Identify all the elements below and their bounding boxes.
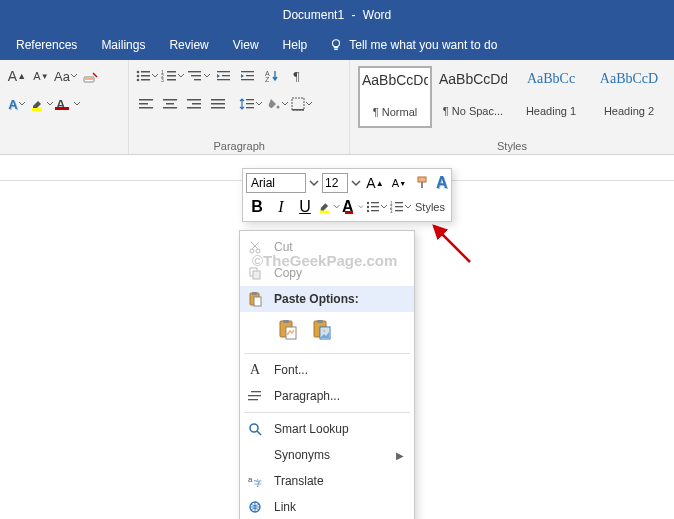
tell-me[interactable]: Tell me what you want to do: [329, 38, 497, 52]
svg-rect-79: [248, 399, 258, 400]
numbering-button[interactable]: 123: [161, 64, 185, 88]
mini-bullets-button[interactable]: [366, 196, 388, 218]
svg-rect-40: [246, 99, 254, 100]
menu-item-paragraph[interactable]: Paragraph...: [240, 383, 414, 409]
svg-rect-24: [246, 75, 254, 76]
mini-grow-font-button[interactable]: A▲: [364, 172, 386, 194]
font-color-button[interactable]: A: [56, 92, 81, 116]
sort-button[interactable]: AZ: [261, 64, 283, 88]
ribbon-group-paragraph: 123 AZ ¶ Paragraph: [129, 60, 350, 154]
svg-rect-32: [166, 103, 174, 105]
mini-font-size-input[interactable]: [322, 173, 348, 193]
svg-rect-29: [139, 103, 148, 105]
line-spacing-button[interactable]: [239, 92, 263, 116]
menu-item-smart-lookup[interactable]: Smart Lookup: [240, 416, 414, 442]
context-menu: Cut Copy Paste Options: A Font... Paragr…: [239, 230, 415, 519]
text-effects-button[interactable]: A: [6, 92, 28, 116]
style-item-2[interactable]: AaBbCcHeading 1: [514, 66, 588, 128]
align-left-button[interactable]: [135, 92, 157, 116]
style-item-3[interactable]: AaBbCcDHeading 2: [592, 66, 666, 128]
shading-button[interactable]: [265, 92, 289, 116]
svg-rect-31: [163, 99, 177, 101]
borders-button[interactable]: [291, 92, 313, 116]
svg-rect-17: [188, 71, 201, 72]
svg-rect-34: [187, 99, 201, 101]
tab-view[interactable]: View: [221, 30, 271, 60]
menu-item-translate[interactable]: a字 Translate: [240, 468, 414, 494]
svg-rect-28: [139, 99, 153, 101]
multilevel-list-button[interactable]: [187, 64, 211, 88]
svg-rect-22: [217, 79, 230, 80]
style-name: ¶ No Spac...: [439, 105, 507, 117]
align-center-button[interactable]: [159, 92, 181, 116]
font-a-icon: A: [246, 361, 264, 379]
ribbon-group-styles: AaBbCcDd¶ NormalAaBbCcDd¶ No Spac...AaBb…: [350, 60, 674, 154]
tab-help[interactable]: Help: [271, 30, 320, 60]
increase-indent-button[interactable]: [237, 64, 259, 88]
style-item-1[interactable]: AaBbCcDd¶ No Spac...: [436, 66, 510, 128]
menu-item-cut[interactable]: Cut: [240, 234, 414, 260]
svg-rect-36: [187, 107, 201, 109]
mini-format-painter-button[interactable]: [412, 172, 434, 194]
bullets-button[interactable]: [135, 64, 159, 88]
copy-icon: [246, 264, 264, 282]
blank-icon: [246, 446, 264, 464]
chevron-down-icon[interactable]: [350, 173, 362, 193]
highlight-button[interactable]: [30, 92, 54, 116]
align-right-button[interactable]: [183, 92, 205, 116]
shrink-font-button[interactable]: A▼: [30, 64, 52, 88]
mini-underline-button[interactable]: U: [294, 196, 316, 218]
svg-point-80: [250, 424, 258, 432]
mini-italic-button[interactable]: I: [270, 196, 292, 218]
change-case-button[interactable]: Aa: [54, 64, 78, 88]
tab-references[interactable]: References: [4, 30, 89, 60]
justify-button[interactable]: [207, 92, 229, 116]
svg-rect-61: [395, 210, 403, 211]
paste-keep-source-button[interactable]: [274, 316, 302, 344]
svg-rect-51: [371, 202, 379, 203]
tab-review[interactable]: Review: [157, 30, 220, 60]
style-item-0[interactable]: AaBbCcDd¶ Normal: [358, 66, 432, 128]
svg-rect-3: [32, 108, 42, 111]
svg-text:3: 3: [161, 77, 164, 83]
mini-highlight-button[interactable]: [318, 196, 340, 218]
svg-point-7: [137, 75, 140, 78]
annotation-arrow-icon: [428, 220, 478, 270]
mini-numbering-button[interactable]: 123: [390, 196, 412, 218]
mini-shrink-font-button[interactable]: A▼: [388, 172, 410, 194]
clear-formatting-button[interactable]: [80, 64, 102, 88]
decrease-indent-button[interactable]: [213, 64, 235, 88]
menu-item-synonyms[interactable]: Synonyms ▶: [240, 442, 414, 468]
mini-font-color-button[interactable]: A: [342, 196, 364, 218]
svg-point-9: [137, 79, 140, 82]
svg-rect-33: [163, 107, 177, 109]
link-icon: [246, 498, 264, 516]
style-sample: AaBbCcDd: [439, 71, 507, 97]
menu-item-paste-options[interactable]: Paste Options:: [240, 286, 414, 312]
mini-bold-button[interactable]: B: [246, 196, 268, 218]
menu-separator: [244, 412, 410, 413]
style-gallery[interactable]: AaBbCcDd¶ NormalAaBbCcDd¶ No Spac...AaBb…: [356, 64, 668, 130]
paste-picture-button[interactable]: [308, 316, 336, 344]
styles-group-label: Styles: [350, 140, 674, 152]
svg-point-52: [367, 206, 369, 208]
menu-item-copy[interactable]: Copy: [240, 260, 414, 286]
mini-styles-button[interactable]: A: [436, 172, 448, 194]
mini-font-name-input[interactable]: [246, 173, 306, 193]
svg-rect-53: [371, 206, 379, 207]
ribbon-tabs: References Mailings Review View Help Tel…: [0, 30, 674, 60]
svg-rect-35: [192, 103, 201, 105]
menu-item-link[interactable]: Link: [240, 494, 414, 519]
ribbon-group-font: A▲ A▼ Aa A A: [0, 60, 129, 154]
svg-rect-38: [211, 103, 225, 105]
chevron-down-icon[interactable]: [308, 173, 320, 193]
svg-text:Z: Z: [265, 76, 270, 83]
svg-rect-10: [141, 79, 150, 81]
submenu-arrow-icon: ▶: [396, 450, 404, 461]
show-paragraph-marks-button[interactable]: ¶: [285, 64, 307, 88]
paste-options-row: [240, 312, 414, 350]
grow-font-button[interactable]: A▲: [6, 64, 28, 88]
tab-mailings[interactable]: Mailings: [89, 30, 157, 60]
menu-item-font[interactable]: A Font...: [240, 357, 414, 383]
paragraph-group-label: Paragraph: [129, 140, 349, 152]
